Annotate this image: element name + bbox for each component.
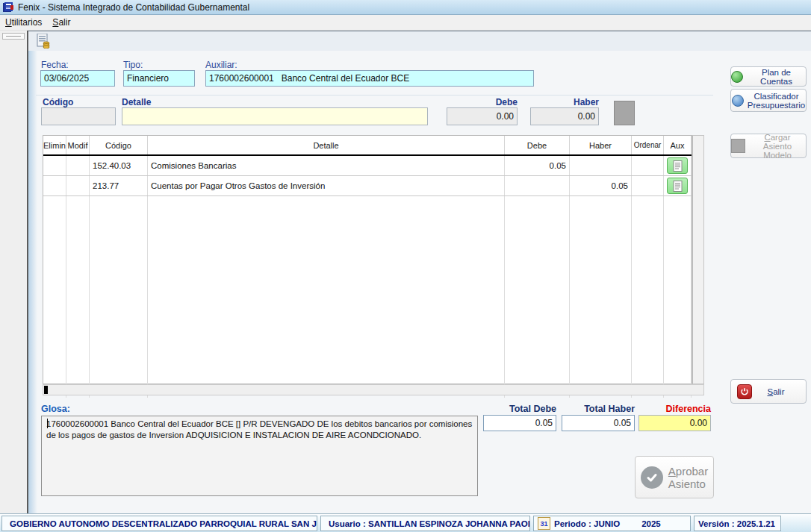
cell-detalle xyxy=(148,216,505,237)
header-modif[interactable]: Modif xyxy=(66,136,90,154)
debe-label: Debe xyxy=(447,97,518,107)
cell-codigo xyxy=(90,337,148,357)
plan-de-cuentas-label: Plan de Cuentas xyxy=(747,68,806,86)
cell-detalle xyxy=(148,277,505,297)
status-version: Versión : 2025.1.21 xyxy=(694,516,781,531)
haber-label: Haber xyxy=(530,97,599,107)
total-debe-label: Total Debe xyxy=(483,404,556,414)
cell-detalle: Cuentas por Pagar Otros Gastos de Invers… xyxy=(148,176,505,195)
glosa-textarea[interactable]: 1760002600001 Banco Central del Ecuador … xyxy=(41,416,478,496)
haber-input[interactable] xyxy=(530,107,599,125)
aux-button[interactable] xyxy=(667,178,688,194)
header-codigo[interactable]: Código xyxy=(90,136,148,154)
cell-aux xyxy=(664,237,692,257)
cell-haber xyxy=(570,216,632,237)
cell-aux xyxy=(664,257,692,277)
cell-codigo xyxy=(90,216,148,237)
table-empty-row xyxy=(43,237,692,257)
cell-detalle xyxy=(148,337,505,357)
cell-elimin xyxy=(43,156,66,175)
cell-ordenar xyxy=(632,257,664,277)
aux-button[interactable] xyxy=(667,157,688,174)
panel-grip[interactable] xyxy=(2,33,25,40)
new-entry-button[interactable] xyxy=(34,33,52,49)
table-row[interactable]: 213.77Cuentas por Pagar Otros Gastos de … xyxy=(43,176,692,196)
collapsed-side-panel[interactable] xyxy=(0,31,28,513)
cell-elimin xyxy=(43,337,66,357)
tipo-input[interactable] xyxy=(123,70,195,87)
cell-ordenar xyxy=(632,156,664,175)
cell-debe xyxy=(505,176,570,195)
table-horizontal-scrollbar[interactable] xyxy=(43,384,704,395)
cell-modif xyxy=(66,196,90,216)
header-detalle[interactable]: Detalle xyxy=(148,136,505,154)
status-bar: GOBIERNO AUTONOMO DESCENTRALIZADO PARROQ… xyxy=(0,513,811,532)
table-empty-row xyxy=(43,297,692,317)
cell-debe xyxy=(505,357,570,378)
debe-input[interactable] xyxy=(447,107,518,125)
cell-codigo xyxy=(90,297,148,317)
cell-debe xyxy=(505,297,570,317)
title-bar: Fenix - Sistema Integrado de Contabilida… xyxy=(0,0,811,15)
table-vertical-scrollbar[interactable] xyxy=(692,135,704,384)
table-empty-row xyxy=(43,257,692,277)
add-line-button[interactable] xyxy=(614,101,635,125)
table-row[interactable]: 152.40.03Comisiones Bancarias0.05 xyxy=(43,156,692,176)
status-entity: GOBIERNO AUTONOMO DESCENTRALIZADO PARROQ… xyxy=(1,516,317,531)
toolbar xyxy=(28,31,811,51)
cell-elimin xyxy=(43,257,66,277)
cell-codigo: 213.77 xyxy=(90,176,148,195)
table-empty-row xyxy=(43,337,692,357)
gray-square-icon xyxy=(731,139,745,153)
cell-modif xyxy=(66,357,90,378)
cell-ordenar xyxy=(632,337,664,357)
header-elimin[interactable]: Elimin xyxy=(43,136,66,154)
header-aux[interactable]: Aux xyxy=(664,136,692,154)
header-debe[interactable]: Debe xyxy=(505,136,570,154)
green-sphere-icon xyxy=(731,71,743,83)
table-empty-row xyxy=(43,196,692,216)
salir-button[interactable]: Salir xyxy=(730,379,807,404)
cell-elimin xyxy=(43,216,66,237)
diferencia-label: Diferencia xyxy=(638,404,711,414)
glosa-label: Glosa: xyxy=(41,404,70,414)
menu-utilitarios[interactable]: Utilitarios xyxy=(0,16,47,29)
table-body: 152.40.03Comisiones Bancarias0.05213.77C… xyxy=(43,156,692,398)
total-haber-label: Total Haber xyxy=(562,404,635,414)
cargar-asiento-modelo-button[interactable]: Cargar Asiento Modelo xyxy=(730,134,807,158)
clasificador-presupuestario-button[interactable]: Clasificador Presupuestario xyxy=(730,89,807,112)
cell-ordenar xyxy=(632,216,664,237)
cell-haber xyxy=(570,237,632,257)
cell-elimin xyxy=(43,277,66,297)
cell-debe xyxy=(505,216,570,237)
header-haber[interactable]: Haber xyxy=(570,136,632,154)
cell-codigo xyxy=(90,196,148,216)
aprobar-asiento-button[interactable]: Aprobar Asiento xyxy=(635,456,714,498)
cell-elimin xyxy=(43,357,66,378)
plan-de-cuentas-button[interactable]: Plan de Cuentas xyxy=(730,66,807,87)
tipo-label: Tipo: xyxy=(123,60,143,70)
clasificador-label: Clasificador Presupuestario xyxy=(748,92,805,110)
cell-aux xyxy=(664,357,692,378)
status-period: 31 Periodo : JUNIO 2025 xyxy=(533,516,691,531)
cell-aux xyxy=(664,277,692,297)
cell-detalle xyxy=(148,257,505,277)
detalle-input[interactable] xyxy=(122,107,428,125)
cell-ordenar xyxy=(632,237,664,257)
cell-detalle xyxy=(148,317,505,337)
menu-salir[interactable]: Salir xyxy=(47,16,75,29)
cell-codigo xyxy=(90,277,148,297)
cell-elimin xyxy=(43,317,66,337)
cell-elimin xyxy=(43,176,66,195)
table-empty-row xyxy=(43,277,692,297)
app-icon xyxy=(3,2,14,13)
cell-aux xyxy=(664,176,692,195)
codigo-input[interactable] xyxy=(41,107,116,125)
header-ordenar[interactable]: Ordenar xyxy=(632,136,664,154)
cargar-asiento-label: Cargar Asiento Modelo xyxy=(749,133,806,160)
cell-debe xyxy=(505,196,570,216)
auxiliar-input[interactable] xyxy=(205,70,534,87)
window-title: Fenix - Sistema Integrado de Contabilida… xyxy=(18,2,249,13)
fecha-input[interactable] xyxy=(40,70,115,87)
separator xyxy=(36,95,713,96)
